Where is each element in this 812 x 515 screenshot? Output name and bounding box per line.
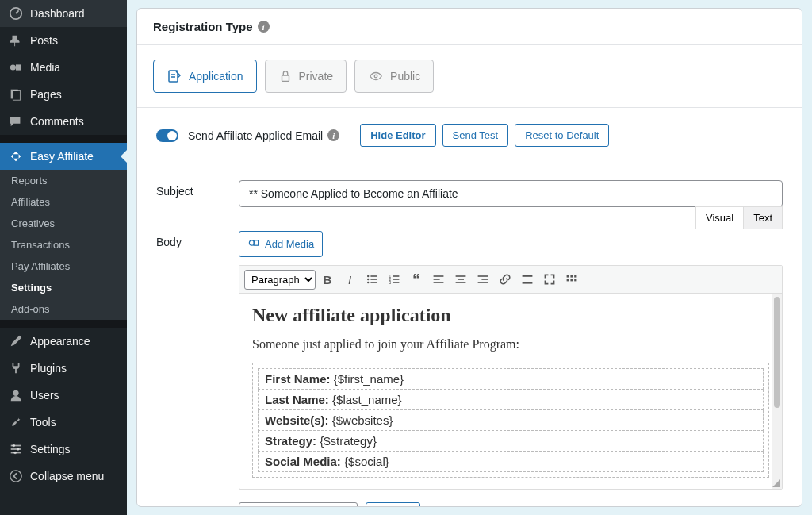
svg-rect-29 <box>393 282 399 283</box>
ol-button[interactable]: 123 <box>384 269 404 290</box>
svg-rect-35 <box>456 282 466 283</box>
table-row: Website(s): {$websites} <box>259 410 764 431</box>
svg-point-11 <box>13 452 17 455</box>
pages-icon <box>8 86 24 102</box>
svg-rect-34 <box>458 279 464 280</box>
align-left-button[interactable] <box>428 269 449 290</box>
italic-button[interactable]: I <box>339 269 360 290</box>
readmore-button[interactable] <box>517 269 538 290</box>
svg-point-9 <box>13 444 16 448</box>
svg-rect-42 <box>567 275 569 277</box>
submenu-addons[interactable]: Add-ons <box>0 298 127 320</box>
ul-button[interactable] <box>362 269 382 290</box>
sidebar-label: Plugins <box>30 362 67 375</box>
svg-rect-41 <box>523 282 533 283</box>
settings-panel: Registration Type i Application Private … <box>136 8 802 507</box>
sidebar-item-media[interactable]: Media <box>0 54 127 81</box>
sidebar-item-easy-affiliate[interactable]: Easy Affiliate <box>0 143 127 170</box>
add-media-button[interactable]: Add Media <box>239 231 323 257</box>
svg-point-1 <box>10 64 16 70</box>
sidebar-label: Appearance <box>30 335 90 348</box>
collapse-icon <box>8 468 24 484</box>
subject-input[interactable] <box>239 180 783 207</box>
toolbar-toggle-button[interactable] <box>561 269 582 290</box>
email-buttons: Hide Editor Send Test Reset to Default <box>360 124 609 147</box>
svg-rect-46 <box>570 279 573 281</box>
svg-rect-2 <box>16 64 21 70</box>
editor-tab-visual[interactable]: Visual <box>695 206 744 229</box>
rich-editor: Paragraph B I 123 “ <box>239 265 783 490</box>
svg-text:3: 3 <box>389 281 392 285</box>
sidebar-item-comments[interactable]: Comments <box>0 108 127 135</box>
submenu-settings[interactable]: Settings <box>0 277 127 298</box>
insert-button[interactable]: Insert ↑ <box>366 502 420 507</box>
align-right-button[interactable] <box>473 269 493 290</box>
send-test-button[interactable]: Send Test <box>442 124 509 147</box>
svg-rect-44 <box>574 275 576 277</box>
variable-select[interactable]: {$first_name} <box>239 502 358 507</box>
sidebar-item-settings[interactable]: Settings <box>0 436 127 463</box>
submenu-reports[interactable]: Reports <box>0 170 127 191</box>
sidebar-label: Settings <box>30 443 71 455</box>
svg-point-5 <box>13 390 18 396</box>
table-row: First Name: {$first_name} <box>259 369 764 390</box>
insert-variable-row: {$first_name} Insert ↑ <box>239 502 783 507</box>
plug-icon <box>8 360 24 376</box>
lock-icon <box>278 69 293 83</box>
sidebar-label: Media <box>30 61 60 74</box>
sidebar-item-posts[interactable]: Posts <box>0 27 127 54</box>
sidebar-item-plugins[interactable]: Plugins <box>0 355 127 382</box>
registration-tabs: Application Private Public <box>137 45 802 108</box>
sidebar-item-pages[interactable]: Pages <box>0 81 127 108</box>
user-icon <box>8 387 24 403</box>
tab-private[interactable]: Private <box>265 60 347 93</box>
sidebar-label: Easy Affiliate <box>30 150 94 163</box>
quote-button[interactable]: “ <box>406 269 427 290</box>
sidebar-label: Dashboard <box>30 7 85 20</box>
sidebar-item-dashboard[interactable]: Dashboard <box>0 0 127 27</box>
svg-rect-21 <box>370 279 377 280</box>
tab-label: Application <box>189 70 243 83</box>
editor-scrollbar[interactable] <box>772 294 782 489</box>
tab-public[interactable]: Public <box>354 60 434 93</box>
resize-handle[interactable] <box>772 479 780 487</box>
panel-title: Registration Type <box>153 20 253 33</box>
reset-default-button[interactable]: Reset to Default <box>515 124 609 147</box>
applicant-table: First Name: {$first_name} Last Name: {$l… <box>252 363 769 478</box>
svg-rect-25 <box>393 275 399 277</box>
svg-rect-39 <box>523 275 533 276</box>
sidebar-item-users[interactable]: Users <box>0 382 127 409</box>
link-button[interactable] <box>495 269 515 290</box>
submenu-affiliates[interactable]: Affiliates <box>0 191 127 213</box>
sidebar-label: Pages <box>30 88 62 101</box>
eye-icon <box>368 69 384 83</box>
tab-application[interactable]: Application <box>153 60 257 93</box>
svg-rect-36 <box>478 275 488 277</box>
collapse-label: Collapse menu <box>30 470 104 482</box>
align-center-button[interactable] <box>450 269 471 290</box>
toggle-label: Send Affiliate Applied Email i <box>188 129 339 142</box>
submenu-creatives[interactable]: Creatives <box>0 213 127 234</box>
help-icon[interactable]: i <box>327 129 339 141</box>
editor-tabs: Visual Text <box>696 206 783 229</box>
bold-button[interactable]: B <box>317 269 338 290</box>
body-label: Body <box>156 231 223 507</box>
sidebar-separator <box>0 135 127 143</box>
submenu-pay-affiliates[interactable]: Pay Affiliates <box>0 256 127 277</box>
submenu-transactions[interactable]: Transactions <box>0 234 127 256</box>
sidebar-item-appearance[interactable]: Appearance <box>0 328 127 355</box>
editor-body[interactable]: New affiliate application Someone just a… <box>239 294 782 489</box>
editor-tab-text[interactable]: Text <box>743 206 783 229</box>
help-icon[interactable]: i <box>258 21 270 33</box>
fullscreen-button[interactable] <box>539 269 560 290</box>
email-intro: Someone just applied to join your Affili… <box>252 337 769 352</box>
sidebar-item-tools[interactable]: Tools <box>0 409 127 436</box>
format-select[interactable]: Paragraph <box>244 270 316 290</box>
svg-point-10 <box>17 448 20 451</box>
sidebar-label: Tools <box>30 416 56 429</box>
collapse-menu[interactable]: Collapse menu <box>0 463 127 490</box>
svg-point-22 <box>367 282 369 283</box>
send-email-toggle[interactable] <box>156 129 178 142</box>
hide-editor-button[interactable]: Hide Editor <box>360 124 435 147</box>
svg-rect-45 <box>567 279 569 281</box>
